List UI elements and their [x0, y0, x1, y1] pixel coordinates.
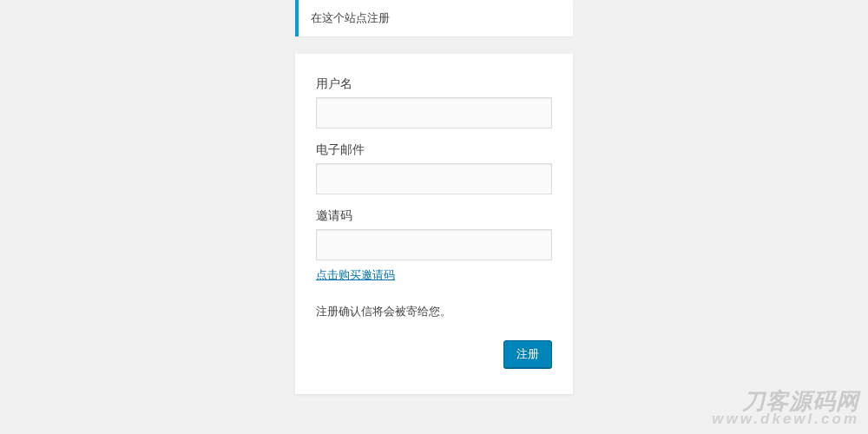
submit-row: 注册 [316, 340, 552, 368]
watermark: 刀客源码网 www.dkewl.com [712, 390, 859, 427]
invite-label: 邀请码 [316, 208, 552, 224]
register-banner-text: 在这个站点注册 [311, 11, 390, 24]
username-input[interactable] [316, 97, 552, 128]
register-banner: 在这个站点注册 [295, 0, 573, 36]
invite-input[interactable] [316, 229, 552, 260]
email-input[interactable] [316, 163, 552, 194]
register-form-card: 用户名 电子邮件 邀请码 点击购买邀请码 注册确认信将会被寄给您。 注册 [295, 54, 573, 394]
watermark-line1: 刀客源码网 [712, 390, 859, 413]
email-group: 电子邮件 [316, 142, 552, 194]
username-label: 用户名 [316, 76, 552, 92]
username-group: 用户名 [316, 76, 552, 128]
buy-invite-link[interactable]: 点击购买邀请码 [316, 267, 395, 283]
watermark-line2: www.dkewl.com [712, 411, 859, 427]
register-button[interactable]: 注册 [503, 340, 552, 368]
email-label: 电子邮件 [316, 142, 552, 158]
invite-group: 邀请码 [316, 208, 552, 260]
confirm-text: 注册确认信将会被寄给您。 [316, 304, 552, 319]
